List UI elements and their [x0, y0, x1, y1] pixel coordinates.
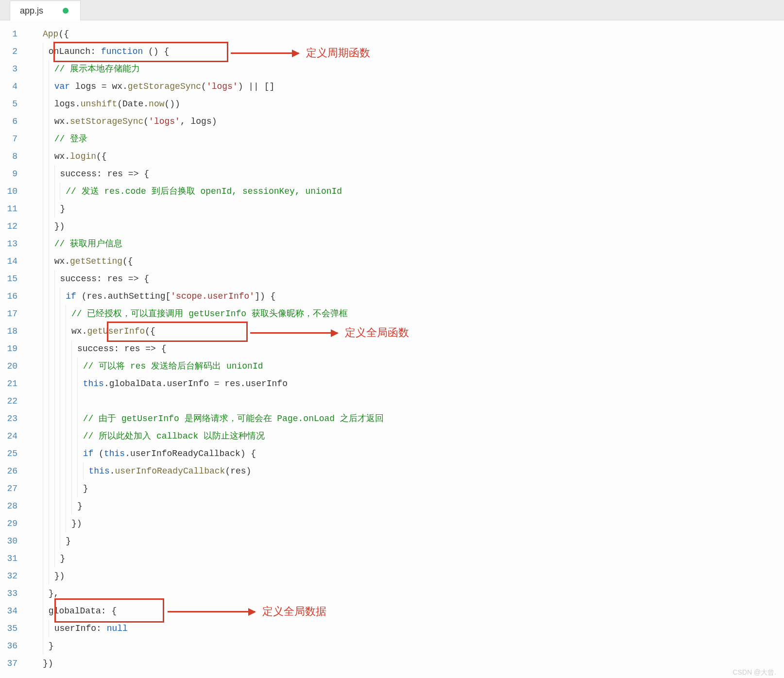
code-line[interactable]: 7 // 登录	[0, 130, 784, 148]
code-text[interactable]: onLaunch: function () {	[27, 43, 784, 60]
code-editor[interactable]: 定义周期函数 定义全局函数 定义全局数据 1App({2 onLaunch: f…	[0, 20, 784, 678]
code-line[interactable]: 35 userInfo: null	[0, 620, 784, 637]
code-line[interactable]: 13 // 获取用户信息	[0, 235, 784, 253]
code-line[interactable]: 10 // 发送 res.code 到后台换取 openId, sessionK…	[0, 183, 784, 200]
line-number: 27	[0, 480, 27, 497]
code-line[interactable]: 12 })	[0, 218, 784, 235]
code-text[interactable]: // 可以将 res 发送给后台解码出 unionId	[27, 357, 784, 375]
code-text[interactable]: },	[27, 585, 784, 602]
code-line[interactable]: 34 globalData: {	[0, 602, 784, 620]
line-number: 10	[0, 183, 27, 200]
code-text[interactable]: // 发送 res.code 到后台换取 openId, sessionKey,…	[27, 183, 784, 200]
code-text[interactable]: this.globalData.userInfo = res.userInfo	[27, 375, 784, 392]
code-line[interactable]: 3 // 展示本地存储能力	[0, 60, 784, 78]
line-number: 20	[0, 357, 27, 375]
code-line[interactable]: 6 wx.setStorageSync('logs', logs)	[0, 113, 784, 130]
code-text[interactable]	[27, 392, 784, 410]
code-text[interactable]: // 所以此处加入 callback 以防止这种情况	[27, 427, 784, 445]
line-number: 15	[0, 270, 27, 288]
code-text[interactable]: }	[27, 532, 784, 550]
code-line[interactable]: 32 })	[0, 567, 784, 585]
line-number: 5	[0, 95, 27, 113]
code-line[interactable]: 9 success: res => {	[0, 165, 784, 183]
code-text[interactable]: // 已经授权，可以直接调用 getUserInfo 获取头像昵称，不会弹框	[27, 305, 784, 322]
line-number: 6	[0, 113, 27, 130]
code-text[interactable]: }	[27, 637, 784, 655]
code-text[interactable]: wx.login({	[27, 148, 784, 165]
code-line[interactable]: 5 logs.unshift(Date.now())	[0, 95, 784, 113]
code-line[interactable]: 36 }	[0, 637, 784, 655]
code-line[interactable]: 15 success: res => {	[0, 270, 784, 288]
line-number: 29	[0, 515, 27, 532]
code-line[interactable]: 26 this.userInfoReadyCallback(res)	[0, 462, 784, 480]
code-line[interactable]: 25 if (this.userInfoReadyCallback) {	[0, 445, 784, 462]
line-number: 33	[0, 585, 27, 602]
tab-app-js[interactable]: app.js	[10, 0, 81, 20]
line-number: 31	[0, 550, 27, 567]
code-line[interactable]: 19 success: res => {	[0, 340, 784, 357]
line-number: 37	[0, 655, 27, 672]
code-text[interactable]: if (this.userInfoReadyCallback) {	[27, 445, 784, 462]
code-line[interactable]: 11 }	[0, 200, 784, 218]
line-number: 14	[0, 253, 27, 270]
line-number: 24	[0, 427, 27, 445]
line-number: 30	[0, 532, 27, 550]
code-text[interactable]: globalData: {	[27, 602, 784, 620]
line-number: 4	[0, 78, 27, 95]
code-text[interactable]: success: res => {	[27, 340, 784, 357]
code-text[interactable]: })	[27, 218, 784, 235]
code-text[interactable]: })	[27, 515, 784, 532]
code-line[interactable]: 17 // 已经授权，可以直接调用 getUserInfo 获取头像昵称，不会弹…	[0, 305, 784, 322]
line-number: 21	[0, 375, 27, 392]
code-text[interactable]: }	[27, 497, 784, 515]
line-number: 35	[0, 620, 27, 637]
code-line[interactable]: 14 wx.getSetting({	[0, 253, 784, 270]
code-line[interactable]: 2 onLaunch: function () {	[0, 43, 784, 60]
code-line[interactable]: 22	[0, 392, 784, 410]
code-text[interactable]: userInfo: null	[27, 620, 784, 637]
code-line[interactable]: 31 }	[0, 550, 784, 567]
code-line[interactable]: 33 },	[0, 585, 784, 602]
code-text[interactable]: if (res.authSetting['scope.userInfo']) {	[27, 288, 784, 305]
code-line[interactable]: 29 })	[0, 515, 784, 532]
code-text[interactable]: // 由于 getUserInfo 是网络请求，可能会在 Page.onLoad…	[27, 410, 784, 427]
tab-filename: app.js	[20, 6, 43, 16]
code-line[interactable]: 20 // 可以将 res 发送给后台解码出 unionId	[0, 357, 784, 375]
code-text[interactable]: })	[27, 567, 784, 585]
code-line[interactable]: 23 // 由于 getUserInfo 是网络请求，可能会在 Page.onL…	[0, 410, 784, 427]
code-text[interactable]: })	[27, 655, 784, 672]
code-line[interactable]: 28 }	[0, 497, 784, 515]
code-line[interactable]: 30 }	[0, 532, 784, 550]
code-text[interactable]: success: res => {	[27, 165, 784, 183]
code-text[interactable]: // 展示本地存储能力	[27, 60, 784, 78]
code-text[interactable]: }	[27, 200, 784, 218]
code-text[interactable]: // 登录	[27, 130, 784, 148]
code-text[interactable]: var logs = wx.getStorageSync('logs') || …	[27, 78, 784, 95]
code-line[interactable]: 21 this.globalData.userInfo = res.userIn…	[0, 375, 784, 392]
code-text[interactable]: wx.setStorageSync('logs', logs)	[27, 113, 784, 130]
code-text[interactable]: App({	[27, 25, 784, 43]
code-line[interactable]: 24 // 所以此处加入 callback 以防止这种情况	[0, 427, 784, 445]
code-text[interactable]: }	[27, 550, 784, 567]
code-line[interactable]: 8 wx.login({	[0, 148, 784, 165]
code-line[interactable]: 27 }	[0, 480, 784, 497]
code-text[interactable]: wx.getSetting({	[27, 253, 784, 270]
line-number: 32	[0, 567, 27, 585]
line-number: 34	[0, 602, 27, 620]
code-line[interactable]: 1App({	[0, 25, 784, 43]
code-text[interactable]: logs.unshift(Date.now())	[27, 95, 784, 113]
annotation-global-fn: 定义全局函数	[345, 325, 409, 340]
code-line[interactable]: 16 if (res.authSetting['scope.userInfo']…	[0, 288, 784, 305]
code-text[interactable]: }	[27, 480, 784, 497]
code-line[interactable]: 4 var logs = wx.getStorageSync('logs') |…	[0, 78, 784, 95]
code-line[interactable]: 37})	[0, 655, 784, 672]
code-text[interactable]: // 获取用户信息	[27, 235, 784, 253]
line-number: 26	[0, 462, 27, 480]
modified-dot-icon	[63, 8, 68, 14]
code-text[interactable]: success: res => {	[27, 270, 784, 288]
line-number: 28	[0, 497, 27, 515]
line-number: 2	[0, 43, 27, 60]
code-text[interactable]: this.userInfoReadyCallback(res)	[27, 462, 784, 480]
line-number: 9	[0, 165, 27, 183]
line-number: 18	[0, 322, 27, 340]
